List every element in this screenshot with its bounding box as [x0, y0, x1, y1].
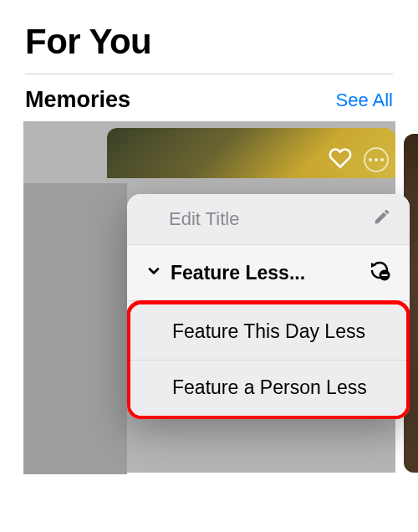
edit-title-row[interactable]: Edit Title: [127, 194, 410, 245]
heart-icon[interactable]: [329, 146, 352, 173]
memory-card-photo: [107, 128, 395, 178]
more-icon[interactable]: [364, 147, 389, 172]
memories-heading: Memories: [25, 87, 130, 113]
see-all-link[interactable]: See All: [336, 90, 394, 111]
highlighted-submenu: Feature This Day Less Feature a Person L…: [127, 300, 410, 419]
context-menu: Edit Title Feature Less... Feature This …: [127, 194, 410, 419]
edit-title-label: Edit Title: [145, 208, 373, 230]
feature-less-label: Feature Less...: [171, 262, 359, 284]
feature-person-less-row[interactable]: Feature a Person Less: [130, 361, 406, 416]
pencil-icon: [373, 207, 391, 231]
page-title: For You: [0, 0, 418, 74]
feature-person-less-label: Feature a Person Less: [172, 376, 367, 401]
feature-less-row[interactable]: Feature Less...: [127, 245, 410, 301]
feature-day-less-label: Feature This Day Less: [172, 320, 365, 345]
svg-rect-2: [382, 274, 388, 276]
card-actions: [329, 146, 389, 173]
chevron-down-icon: [145, 262, 162, 284]
feature-day-less-row[interactable]: Feature This Day Less: [130, 304, 406, 361]
cycle-minus-icon: [368, 258, 391, 287]
card-shadow: [23, 183, 127, 474]
section-header: Memories See All: [0, 74, 418, 121]
